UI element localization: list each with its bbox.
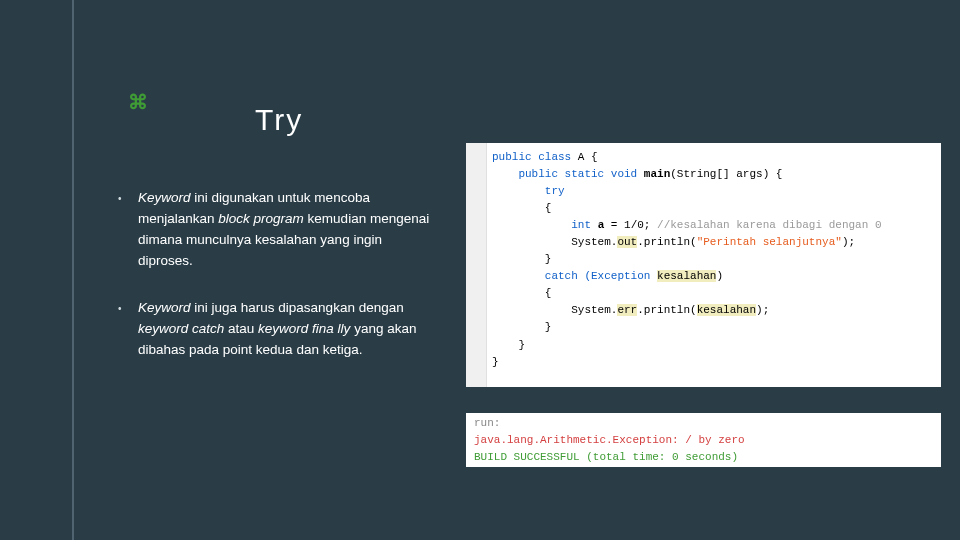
bullet-dot-icon: • [118, 298, 138, 361]
output-success-line: BUILD SUCCESSFUL (total time: 0 seconds) [474, 449, 933, 466]
bullet-text: Keyword ini juga harus dipasangkan denga… [138, 298, 440, 361]
command-icon: ⌘ [128, 90, 148, 114]
list-item: • Keyword ini juga harus dipasangkan den… [118, 298, 440, 361]
code-snippet: public class A { public static void main… [466, 143, 941, 387]
bullet-list: • Keyword ini digunakan untuk mencoba me… [118, 188, 440, 386]
vertical-divider [72, 0, 74, 540]
slide-title: Try [255, 103, 303, 137]
output-run-label: run: [474, 415, 933, 432]
list-item: • Keyword ini digunakan untuk mencoba me… [118, 188, 440, 272]
console-output: run: java.lang.Arithmetic.Exception: / b… [466, 413, 941, 467]
bullet-text: Keyword ini digunakan untuk mencoba menj… [138, 188, 440, 272]
bullet-dot-icon: • [118, 188, 138, 272]
output-error-line: java.lang.Arithmetic.Exception: / by zer… [474, 432, 933, 449]
gutter [466, 143, 487, 387]
